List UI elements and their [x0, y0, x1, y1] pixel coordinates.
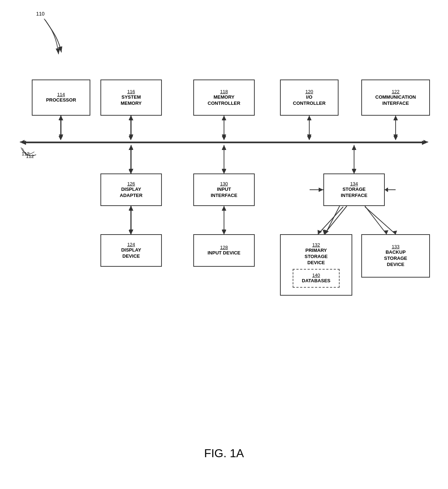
box-display-device: 124 DISPLAYDEVICE	[100, 234, 162, 267]
label-storage-interface: STORAGEINTERFACE	[341, 186, 367, 199]
box-backup-storage: 133 BACKUPSTORAGEDEVICE	[361, 234, 430, 278]
svg-marker-83	[352, 169, 356, 173]
ref-116: 116	[127, 89, 135, 94]
svg-marker-42	[324, 230, 329, 234]
box-comm-interface: 122 COMMUNICATIONINTERFACE	[361, 80, 430, 116]
ref-134: 134	[350, 181, 358, 186]
svg-marker-70	[129, 145, 133, 150]
svg-line-41	[325, 206, 340, 234]
svg-line-43	[318, 207, 343, 234]
box-input-interface: 130 INPUTINTERFACE	[193, 173, 255, 206]
label-databases: DATABASES	[302, 278, 331, 284]
svg-marker-67	[393, 116, 398, 120]
label-system-memory: SYSTEMMEMORY	[121, 94, 142, 107]
svg-marker-17	[222, 136, 226, 140]
ref-128: 128	[220, 245, 228, 250]
svg-marker-65	[307, 134, 311, 139]
svg-marker-56	[59, 134, 63, 139]
svg-marker-79	[222, 206, 226, 211]
ref-140: 140	[312, 273, 320, 278]
svg-marker-89	[384, 230, 388, 234]
svg-marker-64	[307, 116, 311, 120]
box-io-controller: 120 I/OCONTROLLER	[280, 80, 339, 116]
svg-marker-80	[222, 230, 226, 234]
svg-marker-77	[222, 169, 226, 173]
diagram-container: 110	[0, 0, 448, 489]
svg-marker-58	[129, 116, 133, 120]
ref-124: 124	[127, 242, 135, 247]
svg-marker-31	[222, 146, 226, 150]
svg-marker-76	[222, 145, 226, 150]
label-io-controller: I/OCONTROLLER	[293, 94, 326, 107]
label-display-adapter: DISPLAYADAPTER	[120, 186, 143, 199]
svg-marker-8	[422, 141, 426, 145]
box-display-adapter: 126 DISPLAYADAPTER	[100, 173, 162, 206]
svg-marker-10	[59, 116, 63, 120]
ref-133: 133	[392, 244, 400, 249]
label-input-device: INPUT DEVICE	[207, 250, 240, 256]
box-storage-interface: 134 STORAGEINTERFACE	[323, 173, 385, 206]
svg-marker-85	[319, 188, 323, 192]
ref-130: 130	[220, 181, 228, 186]
ref-122: 122	[392, 89, 400, 94]
svg-marker-74	[129, 230, 133, 234]
label-backup-storage: BACKUPSTORAGEDEVICE	[384, 249, 407, 268]
svg-marker-13	[129, 116, 133, 120]
svg-marker-16	[222, 116, 226, 120]
ref-126: 126	[127, 181, 135, 186]
ref-118: 118	[220, 89, 228, 94]
svg-marker-14	[129, 136, 133, 140]
svg-marker-37	[352, 146, 356, 150]
ref-110: 110	[36, 11, 44, 17]
box-memory-controller: 118 MEMORYCONTROLLER	[193, 80, 255, 116]
svg-marker-91	[385, 188, 388, 192]
svg-marker-61	[222, 116, 226, 120]
svg-marker-55	[59, 116, 63, 120]
label-processor: PROCESSOR	[46, 97, 76, 103]
svg-marker-62	[222, 134, 226, 139]
svg-line-88	[365, 206, 387, 234]
svg-line-45	[365, 207, 396, 234]
box-system-memory: 116 SYSTEMMEMORY	[100, 80, 162, 116]
bus-ref-112: 112	[26, 154, 34, 159]
svg-marker-20	[307, 136, 311, 140]
ref-132: 132	[312, 242, 320, 248]
svg-marker-22	[393, 116, 398, 120]
svg-marker-34	[222, 206, 226, 210]
figure-label: FIG. 1A	[0, 447, 448, 460]
label-display-device: DISPLAYDEVICE	[121, 247, 141, 259]
svg-marker-28	[129, 206, 133, 210]
svg-marker-53	[423, 140, 428, 144]
svg-marker-19	[307, 116, 311, 120]
label-primary-storage: PRIMARYSTORAGEDEVICE	[305, 248, 328, 266]
box-primary-storage: 132 PRIMARYSTORAGEDEVICE 140 DATABASES	[280, 234, 352, 296]
svg-marker-73	[129, 206, 133, 211]
svg-line-86	[324, 206, 347, 234]
box-databases: 140 DATABASES	[293, 269, 340, 288]
svg-marker-48	[385, 188, 388, 192]
label-memory-controller: MEMORYCONTROLLER	[208, 94, 240, 107]
box-input-device: 128 INPUT DEVICE	[193, 234, 255, 267]
ref-114: 114	[57, 92, 65, 97]
svg-marker-68	[393, 134, 398, 139]
svg-marker-87	[323, 230, 327, 234]
svg-marker-11	[59, 136, 63, 140]
label-comm-interface: COMMUNICATIONINTERFACE	[375, 94, 416, 107]
svg-marker-52	[20, 140, 25, 144]
svg-marker-82	[352, 145, 356, 150]
svg-marker-71	[129, 169, 133, 173]
svg-marker-23	[393, 136, 398, 140]
label-input-interface: INPUTINTERFACE	[211, 186, 237, 199]
svg-marker-25	[129, 146, 133, 150]
box-processor: 114 PROCESSOR	[32, 80, 90, 116]
svg-marker-59	[129, 134, 133, 139]
ref-120: 120	[305, 89, 313, 94]
svg-marker-7	[22, 141, 26, 145]
